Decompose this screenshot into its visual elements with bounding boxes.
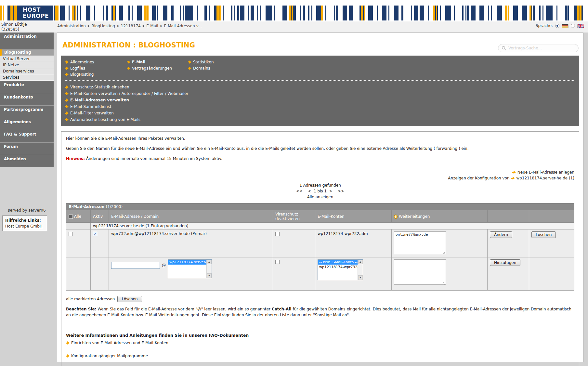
table-title: E-Mail-Adressen (1/2000) (66, 203, 574, 210)
row-select-checkbox[interactable] (69, 232, 73, 236)
nav-vertragsaenderungen[interactable]: Vertragsänderungen (127, 65, 188, 71)
nav-bloghosting[interactable]: BlogHosting (65, 71, 127, 77)
page-prev-link[interactable]: < (308, 189, 311, 193)
hinweis-text: Hinweis: Änderungen sind innerhalb von m… (66, 156, 574, 161)
sidebar-item-bloghosting[interactable]: BlogHosting (0, 49, 54, 56)
hinweis-label: Hinweis: (66, 156, 85, 161)
nav-virenschutz-statistik[interactable]: Virenschutz-Statistik einsehen (65, 84, 575, 90)
logo-line1: HOST (23, 7, 49, 13)
page-last-link[interactable]: >> (338, 189, 344, 193)
german-flag-icon[interactable] (562, 24, 568, 28)
page-next-link[interactable]: > (329, 189, 333, 193)
header-empty-2 (529, 210, 574, 223)
scroll-up-icon[interactable]: ▲ (207, 260, 212, 264)
main-content: ADMINISTRATION : BLOGHOSTING Allgemeines… (57, 33, 583, 362)
sidebar: Administration BlogHosting Virtual Serve… (0, 33, 54, 167)
row-virenschutz-checkbox[interactable] (275, 232, 280, 236)
uk-flag-icon[interactable] (577, 24, 584, 28)
nav-email-filter-verwalten[interactable]: E-Mail-Filter verwalten (65, 110, 575, 116)
beachten-label: Beachten Sie: (66, 307, 96, 311)
domain-group-label: wp12118174.server-he.de (1 Eintrag vorha… (91, 223, 574, 229)
new-forwarding-textarea[interactable] (394, 259, 446, 285)
page: HOST EUROPE Simon Lüthje (328585) Admini… (0, 0, 588, 366)
new-virenschutz-checkbox[interactable] (275, 260, 280, 264)
nav-domains[interactable]: Domains (188, 65, 214, 71)
contract-search[interactable] (498, 44, 579, 52)
page-range: 1 bis 1 (314, 189, 327, 193)
sidebar-section-abmelden[interactable]: Abmelden (0, 155, 54, 167)
account-option-1[interactable]: wp12118174-wpr732adm (318, 265, 358, 269)
header-select-all: Alle (66, 210, 91, 223)
faq-link-mailprograms[interactable]: Konfiguration gängiger Mailprogramme (66, 354, 574, 358)
sidebar-item-ip-netze[interactable]: IP-Netze (0, 62, 54, 68)
row-forwarding-textarea[interactable]: online77@gmx.de (394, 231, 446, 254)
sidebar-section-partnerprogramm[interactable]: Partnerprogramm (0, 105, 54, 118)
sidebar-section-allgemeines[interactable]: Allgemeines (0, 118, 54, 130)
host-europe-gmbh-link[interactable]: Host Europe GmbH (5, 224, 43, 229)
sidebar-header-administration[interactable]: Administration (0, 33, 54, 49)
page-first-link[interactable]: << (296, 189, 303, 193)
breadcrumb: Administration > BlogHosting > 12118174 … (57, 24, 202, 28)
dotted-divider (65, 80, 575, 81)
sidebar-item-virtual-server[interactable]: Virtual Server (0, 56, 54, 62)
account-option-none[interactable]: -- kein E-Mail-Konto -- (318, 260, 358, 265)
nav-email-adressen-verwalten[interactable]: E-Mail-Adressen verwalten (65, 97, 575, 103)
arrow-icon (65, 92, 69, 95)
new-address-local-input[interactable] (111, 262, 160, 269)
sidebar-section-produkte[interactable]: Produkte (0, 81, 54, 93)
new-address-link[interactable]: Neue E-Mail-Adresse anlegen (66, 169, 574, 175)
language-label: Sprache: (536, 23, 553, 28)
nav-email-sammeldienst[interactable]: E-Mail-Sammeldienst (65, 103, 575, 110)
nav-automatische-loeschung[interactable]: Automatische Löschung von E-Mails (65, 116, 575, 123)
arrow-icon (65, 118, 69, 121)
email-addresses-table: E-Mail-Adressen (1/2000) Alle Aktiv E-Ma… (66, 203, 574, 291)
listbox-scrollbar[interactable]: ▲▼ (358, 260, 363, 280)
arrow-icon (127, 60, 130, 64)
sidebar-item-services[interactable]: Services (0, 74, 54, 81)
add-button[interactable]: Hinzufügen (490, 259, 520, 266)
sidebar-section-faq-support[interactable]: FAQ & Support (0, 130, 54, 142)
nav-logfiles[interactable]: Logfiles (65, 65, 127, 71)
faq-title: Weitere Informationen und Anleitungen fi… (66, 333, 574, 338)
pagination: 1 Adressen gefunden <<<1 bis 1>>> Alle a… (66, 182, 574, 200)
account-listbox[interactable]: -- kein E-Mail-Konto -- wp12118174-wpr73… (318, 259, 363, 280)
header-empty-1 (488, 210, 529, 223)
user-name: Simon Lüthje (1, 22, 27, 27)
show-all-link[interactable]: Alle anzeigen (307, 195, 333, 199)
scroll-down-icon[interactable]: ▼ (358, 275, 363, 280)
logo-text: HOST EUROPE (20, 6, 53, 20)
row-aktiv-checkbox[interactable] (93, 232, 97, 236)
arrow-icon (66, 354, 70, 358)
listbox-scrollbar[interactable]: ▲▼ (206, 260, 212, 278)
intro-text-2: Geben Sie den Namen für die neue E-Mail-… (66, 146, 574, 151)
sidebar-section-kundenkonto[interactable]: Kundenkonto (0, 93, 54, 105)
config-domain-link[interactable]: wp12118174.server-he.de (1) (516, 175, 575, 181)
marked-addresses-row: alle markierten Adressen Löschen (66, 296, 574, 302)
delete-marked-button[interactable]: Löschen (117, 296, 142, 302)
sidebar-section-forum[interactable]: Forum (0, 142, 54, 155)
arrow-icon (65, 105, 69, 108)
sidebar-item-domainservices[interactable]: Domainservices (0, 68, 54, 74)
delete-row-button[interactable]: Löschen (531, 231, 556, 238)
change-button[interactable]: Ändern (490, 231, 512, 238)
arrow-icon (65, 111, 69, 115)
arrow-icon (66, 341, 70, 345)
host-europe-logo: HOST EUROPE (8, 6, 59, 20)
row-account: wp12118174-wpr732adm (315, 229, 392, 257)
select-all-checkbox[interactable] (69, 215, 73, 219)
helpful-links-title: Hilfreiche Links: (5, 218, 44, 223)
scroll-up-icon[interactable]: ▲ (358, 260, 363, 264)
search-input[interactable] (508, 46, 570, 50)
nav-statistiken[interactable]: Statistiken (188, 59, 214, 65)
nav-email[interactable]: E-Mail (127, 59, 188, 65)
nav-email-konten-verwalten[interactable]: E-Mail-Konten verwalten / Autoresponder … (65, 90, 575, 97)
domain-option[interactable]: wp12118174.server-he.de (168, 260, 206, 265)
faq-link-setup[interactable]: Einrichten von E-Mail-Adressen und E-Mai… (66, 341, 574, 345)
language-radio-english[interactable] (571, 24, 575, 28)
served-by-label: served by server06 (0, 208, 54, 213)
arrow-icon (65, 67, 69, 70)
language-radio-german[interactable] (555, 24, 559, 28)
domain-listbox[interactable]: wp12118174.server-he.de ▲▼ (168, 259, 212, 278)
scroll-down-icon[interactable]: ▼ (207, 273, 212, 278)
nav-allgemeines[interactable]: Allgemeines (65, 59, 127, 65)
